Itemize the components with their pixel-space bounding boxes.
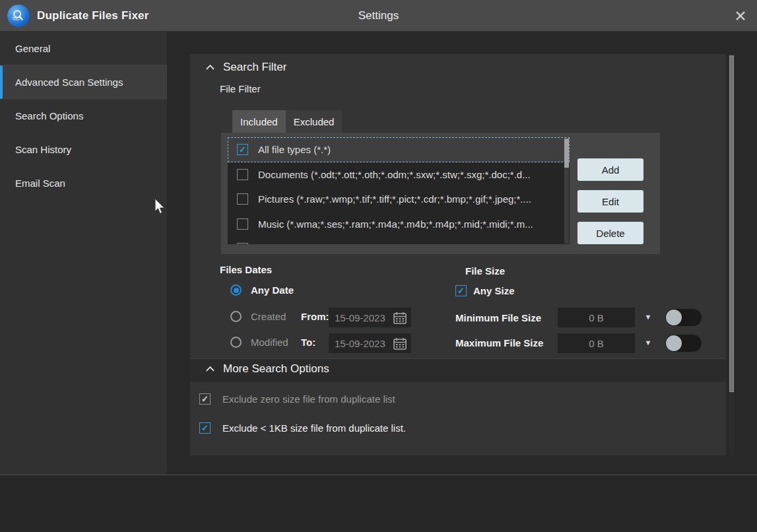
app-logo-icon <box>7 5 30 27</box>
any-date-radio[interactable] <box>230 284 242 296</box>
created-label: Created <box>251 311 292 322</box>
sidebar-item-label: Scan History <box>15 144 71 155</box>
magnifier-icon <box>11 9 26 23</box>
file-size-title: File Size <box>465 265 505 277</box>
tab-label: Excluded <box>294 116 335 127</box>
sidebar-item-email-scan[interactable]: Email Scan <box>0 166 167 200</box>
date-from-value: 15-09-2023 <box>335 312 388 323</box>
footer: Reset Defaults <box>0 475 757 532</box>
created-radio[interactable] <box>230 311 242 322</box>
list-scrollbar[interactable] <box>564 138 569 244</box>
more-search-options-collapse-header[interactable]: More Search Options <box>206 362 329 376</box>
modified-radio[interactable] <box>230 337 242 348</box>
minimum-size-value: 0 B <box>589 312 604 323</box>
maximum-file-size-label: Maximum File Size <box>455 337 543 349</box>
maximum-size-toggle[interactable] <box>665 335 702 352</box>
minimum-size-dropdown-icon[interactable]: ▼ <box>643 313 653 321</box>
file-filter-label: File Filter <box>220 83 261 94</box>
minimum-size-toggle[interactable] <box>665 309 702 326</box>
calendar-icon <box>393 337 407 350</box>
file-type-list: All file types (*.*) Documents (*.odt;*.… <box>228 137 570 244</box>
checkbox[interactable] <box>237 218 248 230</box>
checkbox[interactable] <box>237 193 248 205</box>
sidebar-item-scan-history[interactable]: Scan History <box>0 133 167 166</box>
sidebar-item-label: Search Options <box>15 110 83 121</box>
minimum-file-size-label: Minimum File Size <box>455 312 541 323</box>
exclude-zero-size-checkbox[interactable] <box>199 393 211 405</box>
list-item-all-file-types[interactable]: All file types (*.*) <box>228 137 570 162</box>
close-icon[interactable] <box>732 7 749 24</box>
any-size-checkbox[interactable] <box>455 285 467 296</box>
sidebar-item-label: Email Scan <box>15 178 65 189</box>
tab-label: Included <box>240 116 278 127</box>
checkbox[interactable] <box>237 243 248 244</box>
any-date-label: Any Date <box>251 284 294 296</box>
created-row: Created From: <box>230 311 329 322</box>
list-item-label: Videos (*.3g2;*.3gp;*.3gp2;*.asf;*.avi;*… <box>258 243 537 244</box>
chevron-up-icon <box>206 65 214 70</box>
advanced-scan-settings-panel: Search Filter File Filter Included Exclu… <box>190 54 726 455</box>
from-label: From: <box>301 311 329 322</box>
list-item-label: Pictures (*.raw;*.wmp;*.tif;*.tiff;*.pic… <box>258 193 535 205</box>
exclude-1kb-label: Exclude < 1KB size file from duplicate l… <box>222 422 406 434</box>
file-filter-group: All file types (*.*) Documents (*.odt;*.… <box>221 133 660 254</box>
date-to-value: 15-09-2023 <box>335 338 388 349</box>
any-size-row: Any Size <box>455 285 515 296</box>
maximum-size-field[interactable]: 0 B <box>558 333 635 353</box>
sidebar-item-label: Advanced Scan Settings <box>15 77 123 88</box>
date-from-field[interactable]: 15-09-2023 <box>329 308 411 327</box>
sidebar-item-search-options[interactable]: Search Options <box>0 99 167 133</box>
list-item-label: Music (*.wma;*.ses;*.ram;*.m4a;*.m4b;*.m… <box>258 218 537 230</box>
calendar-icon <box>393 312 407 324</box>
modified-label: Modified <box>251 337 292 348</box>
titlebar: Duplicate Files Fixer Settings <box>0 0 757 32</box>
list-item-documents[interactable]: Documents (*.odt;*.ott;*.oth;*.odm;*.sxw… <box>228 162 570 187</box>
modified-row: Modified To: <box>230 337 315 348</box>
list-item-label: Documents (*.odt;*.ott;*.oth;*.odm;*.sxw… <box>258 169 535 180</box>
section-title: Search Filter <box>223 61 286 74</box>
exclude-zero-size-row: Exclude zero size file from duplicate li… <box>199 393 395 405</box>
checkbox[interactable] <box>237 169 248 180</box>
maximum-size-dropdown-icon[interactable]: ▼ <box>643 339 653 347</box>
section-title: More Search Options <box>223 362 329 376</box>
list-item-pictures[interactable]: Pictures (*.raw;*.wmp;*.tif;*.tiff;*.pic… <box>228 187 570 212</box>
list-item-videos[interactable]: Videos (*.3g2;*.3gp;*.3gp2;*.asf;*.avi;*… <box>228 236 570 244</box>
any-date-row: Any Date <box>230 284 294 296</box>
any-size-label: Any Size <box>473 285 515 296</box>
date-to-field[interactable]: 15-09-2023 <box>329 333 411 353</box>
delete-button[interactable]: Delete <box>577 222 643 244</box>
maximum-size-value: 0 B <box>589 338 604 349</box>
tab-excluded[interactable]: Excluded <box>286 110 343 133</box>
search-filter-collapse-header[interactable]: Search Filter <box>206 61 286 74</box>
tab-included[interactable]: Included <box>232 110 286 133</box>
list-item-music[interactable]: Music (*.wma;*.ses;*.ram;*.m4a;*.m4b;*.m… <box>228 212 570 237</box>
checkbox[interactable] <box>237 144 248 155</box>
file-filter-tabs: Included Excluded <box>232 110 342 133</box>
to-label: To: <box>301 337 315 348</box>
sidebar: General Advanced Scan Settings Search Op… <box>0 32 167 475</box>
exclude-1kb-checkbox[interactable] <box>199 422 211 434</box>
edit-button[interactable]: Edit <box>577 190 643 213</box>
list-item-label: All file types (*.*) <box>258 144 335 155</box>
settings-window: Duplicate Files Fixer Settings General A… <box>0 0 757 532</box>
sidebar-item-label: General <box>15 43 50 54</box>
add-button[interactable]: Add <box>577 158 643 181</box>
exclude-zero-size-label: Exclude zero size file from duplicate li… <box>222 393 395 405</box>
sidebar-item-advanced-scan-settings[interactable]: Advanced Scan Settings <box>0 65 167 99</box>
exclude-1kb-row: Exclude < 1KB size file from duplicate l… <box>199 422 406 434</box>
chevron-up-icon <box>206 366 214 372</box>
panel-scrollbar[interactable] <box>729 54 735 455</box>
app-title: Duplicate Files Fixer <box>37 0 149 32</box>
files-dates-title: Files Dates <box>220 264 272 275</box>
sidebar-item-general[interactable]: General <box>0 32 167 65</box>
minimum-size-field[interactable]: 0 B <box>558 308 635 327</box>
